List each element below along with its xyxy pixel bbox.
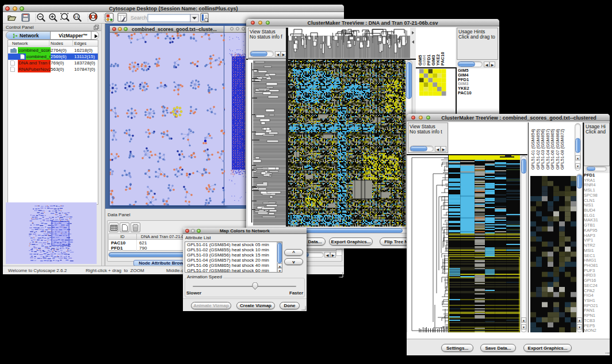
svg-text:Search:: Search: (131, 15, 148, 21)
svg-text:1:1: 1:1 (74, 15, 78, 18)
